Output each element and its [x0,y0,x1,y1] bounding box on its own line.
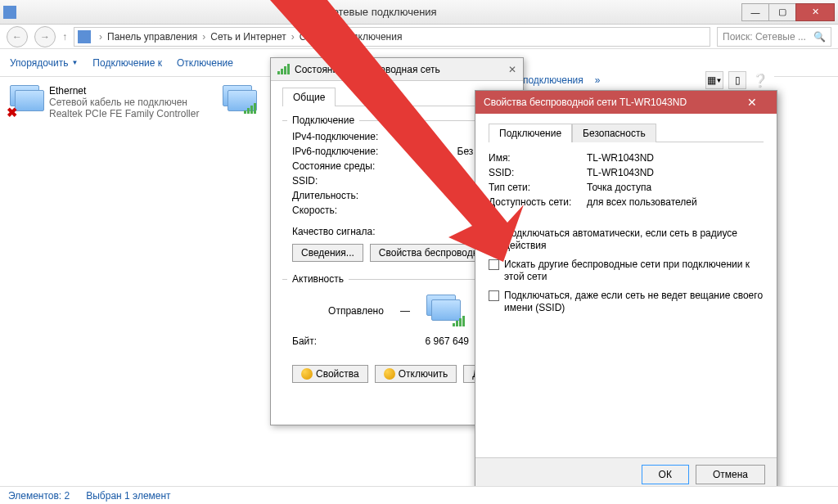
preview-pane-button[interactable]: ▯ [728,71,746,89]
connect-automatically-checkbox[interactable] [489,228,499,239]
connect-hidden-ssid-checkbox[interactable] [489,290,499,301]
status-close-icon[interactable]: ✕ [508,64,516,75]
connection-name: Ethernet [49,85,199,97]
disable-button[interactable]: Отключение [177,57,233,69]
close-button[interactable]: ✕ [795,3,835,21]
breadcrumb-item[interactable]: Панель управления [107,31,197,43]
quality-label: Качество сигнала: [292,226,502,237]
minimize-button[interactable]: — [741,3,769,21]
wireless-icon [223,85,255,115]
nettype-label: Тип сети: [489,182,587,193]
duration-label: Длительность: [292,190,502,201]
ssid-value: TL-WR1043ND [587,167,654,178]
ethernet-icon: ✖ [10,85,43,115]
connect-automatically-label: Подключаться автоматически, если сеть в … [504,227,764,252]
maximize-button[interactable]: ▢ [768,3,796,21]
search-other-networks-label: Искать другие беспроводные сети при подк… [504,259,764,283]
toolbar-more[interactable]: » [595,74,601,86]
search-placeholder: Поиск: Сетевые ... [723,31,806,43]
back-button[interactable]: ← [7,26,28,47]
location-icon [78,30,91,43]
breadcrumb[interactable]: › Панель управления › Сеть и Интернет › … [74,27,710,47]
ssid-label: SSID: [292,175,502,187]
name-value: TL-WR1043ND [587,152,654,164]
breadcrumb-item[interactable]: Сетевые подключения [300,31,403,43]
shield-icon [301,368,313,380]
activity-icon [426,295,466,327]
status-dialog-title-bar[interactable]: Состояние - Беспроводная сеть ✕ [271,58,523,81]
search-input[interactable]: Поиск: Сетевые ... 🔍 [717,27,831,47]
env-label: Состояние среды: [292,160,502,172]
view-icons-button[interactable]: ▦▼ [705,71,723,89]
disable-conn-button[interactable]: Отключить [375,365,457,383]
bytes-label: Байт: [292,335,426,347]
connection-status: Сетевой кабель не подключен [49,97,199,108]
details-button[interactable]: Сведения... [292,244,363,262]
connect-hidden-ssid-label: Подключаться, даже если сеть не ведет ве… [504,290,764,314]
properties-button[interactable]: Свойства [292,365,368,383]
wireless-properties-dialog: Свойства беспроводной сети TL-WR1043ND ✕… [475,90,777,491]
status-dialog-title: Состояние - Беспроводная сеть [295,64,503,75]
status-bar: Элементов: 2 Выбран 1 элемент [0,486,838,504]
address-bar: ← → ↑ › Панель управления › Сеть и Интер… [0,25,838,49]
nettype-value: Точка доступа [587,182,651,193]
up-button[interactable]: ↑ [62,31,67,43]
props-dialog-title: Свойства беспроводной сети TL-WR1043ND [484,97,687,108]
bytes-sent-value: 6 967 649 [426,335,469,347]
props-close-button[interactable]: ✕ [736,91,768,114]
toolbar-overflow: ование подключения » ▦▼ ▯ ❔ [488,70,774,90]
avail-value: для всех пользователей [587,196,697,208]
avail-label: Доступность сети: [489,196,587,208]
tab-connection[interactable]: Подключение [489,124,572,142]
connect-to-button[interactable]: Подключение к [92,57,162,69]
signal-icon [277,64,290,74]
ipv6-label: IPv6-подключение: [292,146,457,157]
title-bar: Сетевые подключения — ▢ ✕ [0,0,838,25]
ssid-label: SSID: [489,167,587,178]
sent-label: Отправлено [328,305,384,317]
breadcrumb-item[interactable]: Сеть и Интернет [210,31,286,43]
name-label: Имя: [489,152,587,164]
disconnected-icon: ✖ [7,105,17,120]
search-icon: 🔍 [813,31,826,43]
elements-count: Элементов: 2 [8,490,70,502]
shield-icon [384,368,395,380]
ipv4-label: IPv4-подключение: [292,131,502,142]
search-other-networks-checkbox[interactable] [489,259,499,270]
window-title: Сетевые подключения [20,6,742,18]
group-connection-label: Подключение [287,115,359,126]
help-button[interactable]: ❔ [751,71,769,89]
tab-security[interactable]: Безопасность [572,124,656,142]
ok-button[interactable]: ОК [642,465,689,484]
props-dialog-title-bar[interactable]: Свойства беспроводной сети TL-WR1043ND ✕ [475,91,777,114]
app-icon [3,6,16,19]
group-activity-label: Активность [287,273,349,285]
connection-ethernet[interactable]: ✖ Ethernet Сетевой кабель не подключен R… [0,77,213,486]
forward-button[interactable]: → [34,26,56,47]
cancel-button[interactable]: Отмена [696,465,765,484]
connection-adapter: Realtek PCIe FE Family Controller [49,108,199,119]
organize-menu[interactable]: Упорядочить▼ [10,57,78,69]
selection-count: Выбран 1 элемент [86,490,170,502]
speed-label: Скорость: [292,205,502,216]
tab-general[interactable]: Общие [282,88,336,106]
